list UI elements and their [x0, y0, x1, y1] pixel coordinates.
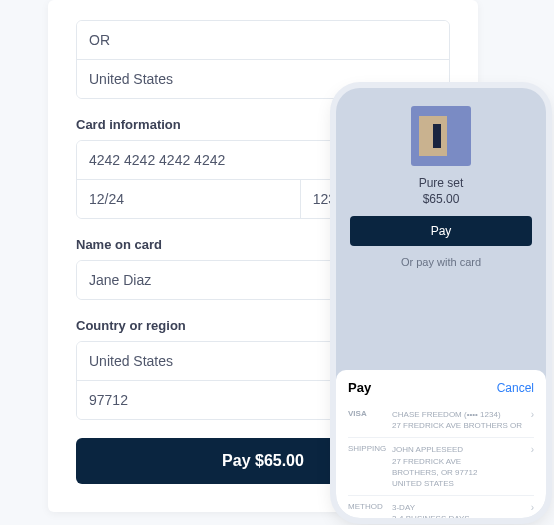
- shipping-details: JOHN APPLESEED27 FREDRICK AVEBROTHERS, O…: [392, 444, 531, 489]
- chevron-right-icon: ›: [531, 444, 534, 455]
- method-details: 3-DAY3-4 BUSINESS DAYS: [392, 502, 531, 518]
- chevron-right-icon: ›: [531, 502, 534, 513]
- product-name: Pure set: [350, 176, 532, 190]
- phone-mockup: Pure set $65.00 Pay Or pay with card Pay…: [336, 88, 546, 518]
- product-image: [411, 106, 471, 166]
- card-expiry-input[interactable]: [77, 179, 301, 218]
- sheet-row-card[interactable]: VISA CHASE FREEDOM (•••• 1234)27 FREDRIC…: [348, 403, 534, 438]
- apple-pay-button[interactable]: Pay: [350, 216, 532, 246]
- shipping-label: SHIPPING: [348, 444, 392, 453]
- state-input[interactable]: [77, 21, 449, 59]
- cancel-button[interactable]: Cancel: [497, 381, 534, 395]
- chevron-right-icon: ›: [531, 409, 534, 420]
- method-label: METHOD: [348, 502, 392, 511]
- apple-pay-sheet: Pay Cancel VISA CHASE FREEDOM (•••• 1234…: [336, 370, 546, 518]
- product-price: $65.00: [350, 192, 532, 206]
- sheet-title: Pay: [348, 380, 371, 395]
- sheet-row-shipping[interactable]: SHIPPING JOHN APPLESEED27 FREDRICK AVEBR…: [348, 438, 534, 496]
- visa-icon: VISA: [348, 409, 392, 418]
- sheet-row-method[interactable]: METHOD 3-DAY3-4 BUSINESS DAYS ›: [348, 496, 534, 518]
- card-details: CHASE FREEDOM (•••• 1234)27 FREDRICK AVE…: [392, 409, 531, 431]
- or-divider: Or pay with card: [350, 256, 532, 268]
